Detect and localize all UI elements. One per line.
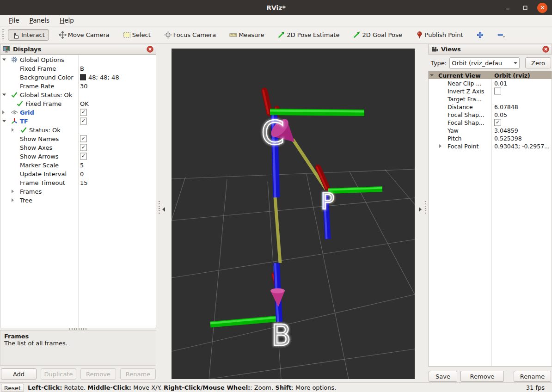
left-panel-divider[interactable] <box>156 44 172 382</box>
minimize-icon[interactable] <box>502 2 513 13</box>
checkbox[interactable] <box>494 87 501 94</box>
displays-row-show-axes[interactable]: Show Axes✓ <box>0 143 156 152</box>
duplicate-button[interactable]: Duplicate <box>41 368 76 380</box>
expander-right-icon[interactable] <box>12 198 14 202</box>
collapse-left-icon[interactable] <box>162 207 165 212</box>
checkbox[interactable]: ✓ <box>494 119 501 126</box>
displays-buttons: AddDuplicateRemoveRename <box>0 368 156 381</box>
view-type-select[interactable]: Orbit (rviz_defau <box>449 57 520 69</box>
displays-property-value[interactable]: 15 <box>80 179 88 186</box>
views-row-near-clip[interactable]: Near Clip ...0.01 <box>429 79 552 87</box>
minus-icon <box>497 31 505 39</box>
views-row-focal-point[interactable]: Focal Point0.93043; -0.2957... <box>429 142 552 150</box>
views-row-invert-z-axis[interactable]: Invert Z Axis <box>429 87 552 95</box>
displays-row-show-arrows[interactable]: Show Arrows✓ <box>0 152 156 160</box>
displays-row-grid[interactable]: Grid✓ <box>0 108 156 116</box>
views-property-value[interactable]: 0.01 <box>494 80 507 86</box>
expander-down-icon[interactable] <box>430 74 434 76</box>
color-swatch[interactable] <box>80 74 86 80</box>
displays-row-fixed-frame[interactable]: Fixed FrameB <box>0 64 156 73</box>
rename-button[interactable]: Rename <box>120 368 156 380</box>
remove-button[interactable]: Remove <box>460 371 504 382</box>
tool-publish-point[interactable]: Publish Point <box>412 30 467 40</box>
save-button[interactable]: Save <box>429 371 457 382</box>
grid-plane <box>172 169 415 379</box>
divider-handle-dots[interactable] <box>159 201 160 215</box>
views-property-value[interactable]: 0.93043; -0.2957... <box>494 142 550 149</box>
checkbox[interactable]: ✓ <box>80 135 87 142</box>
views-property-value[interactable]: 3.04859 <box>494 127 518 134</box>
views-property-value[interactable]: 6.07848 <box>494 103 518 110</box>
displays-property-value[interactable]: 0 <box>80 170 84 177</box>
displays-row-frames[interactable]: Frames <box>0 187 156 196</box>
displays-property-value[interactable]: 5 <box>80 161 84 168</box>
tool-focus-camera[interactable]: Focus Camera <box>160 30 220 40</box>
expander-right-icon[interactable] <box>439 144 442 148</box>
expander-right-icon[interactable] <box>12 190 14 193</box>
displays-row-global-options[interactable]: Global Options <box>0 55 156 64</box>
views-row-yaw[interactable]: Yaw3.04859 <box>429 126 552 134</box>
displays-property-value[interactable]: OK <box>80 100 89 107</box>
displays-property-value[interactable]: B <box>80 65 84 72</box>
3d-scene[interactable]: CCPPBB <box>172 49 415 379</box>
menu-item-panels[interactable]: Panels <box>25 15 55 26</box>
menu-item-file[interactable]: File <box>4 15 25 26</box>
toolbar-drag-handle[interactable] <box>2 29 4 41</box>
views-row-target-fra[interactable]: Target Fra... <box>429 95 552 103</box>
displays-property-value[interactable]: 48; 48; 48 <box>88 74 119 80</box>
displays-row-frame-timeout[interactable]: Frame Timeout15 <box>0 178 156 187</box>
displays-row-tree[interactable]: Tree <box>0 196 156 204</box>
3d-viewport[interactable]: CCPPBB <box>172 49 415 379</box>
expander-down-icon[interactable] <box>2 58 6 61</box>
displays-property-label: Update Interval <box>20 170 67 177</box>
displays-row-fixed-frame[interactable]: Fixed FrameOK <box>0 99 156 108</box>
views-row-focal-shap[interactable]: Focal Shap...✓ <box>429 118 552 126</box>
tool-plus-icon[interactable] <box>472 30 488 40</box>
rename-button[interactable]: Rename <box>514 371 551 382</box>
displays-row-frame-rate[interactable]: Frame Rate30 <box>0 81 156 90</box>
panel-close-icon[interactable] <box>147 46 153 53</box>
tool-2d-pose-estimate[interactable]: 2D Pose Estimate <box>274 30 343 40</box>
checkbox[interactable]: ✓ <box>80 153 87 159</box>
collapse-right-icon[interactable] <box>419 207 422 212</box>
maximize-icon[interactable] <box>520 2 531 13</box>
tool-move-camera[interactable]: Move Camera <box>55 30 113 40</box>
divider-handle-dots[interactable] <box>425 201 426 215</box>
zero-button[interactable]: Zero <box>525 57 551 68</box>
panel-close-icon[interactable] <box>542 46 549 53</box>
close-icon[interactable] <box>537 3 547 13</box>
views-row-focal-shap[interactable]: Focal Shap...0.05 <box>429 110 552 118</box>
tool-interact[interactable]: Interact <box>8 29 49 41</box>
checkbox[interactable]: ✓ <box>80 117 87 124</box>
right-panel-divider[interactable] <box>415 44 428 382</box>
views-property-value[interactable]: 0.05 <box>494 111 507 118</box>
views-property-value[interactable]: Orbit (rviz) <box>494 72 530 79</box>
expander-right-icon[interactable] <box>2 110 5 114</box>
add-button[interactable]: Add <box>1 368 37 380</box>
displays-row-global-status-ok[interactable]: Global Status: Ok <box>0 90 156 99</box>
tool-minus-icon[interactable] <box>494 30 509 40</box>
reset-button[interactable]: Reset <box>1 384 24 392</box>
displays-row-update-interval[interactable]: Update Interval0 <box>0 169 156 178</box>
tool-select[interactable]: Select <box>119 30 154 40</box>
tool-2d-goal-pose[interactable]: 2D Goal Pose <box>349 30 405 40</box>
displays-property-value[interactable]: 30 <box>80 82 88 89</box>
expander-down-icon[interactable] <box>2 120 6 122</box>
displays-row-status-ok[interactable]: Status: Ok <box>0 125 156 134</box>
displays-row-show-names[interactable]: Show Names✓ <box>0 134 156 143</box>
views-row-distance[interactable]: Distance6.07848 <box>429 103 552 110</box>
displays-row-tf[interactable]: TF✓ <box>0 116 156 125</box>
checkbox[interactable]: ✓ <box>80 109 87 116</box>
views-property-value[interactable]: 0.525398 <box>494 135 522 141</box>
expander-down-icon[interactable] <box>2 93 6 96</box>
displays-row-marker-scale[interactable]: Marker Scale5 <box>0 160 156 169</box>
views-row-pitch[interactable]: Pitch0.525398 <box>429 134 552 142</box>
views-row-current-view[interactable]: Current ViewOrbit (rviz) <box>429 71 552 79</box>
tool-measure[interactable]: Measure <box>226 30 268 40</box>
displays-row-background-color[interactable]: Background Color48; 48; 48 <box>0 73 156 81</box>
expander-right-icon[interactable] <box>12 128 14 132</box>
remove-button[interactable]: Remove <box>80 368 116 380</box>
property-description-box: Frames The list of all frames. <box>0 330 156 366</box>
checkbox[interactable]: ✓ <box>80 144 87 151</box>
menu-item-help[interactable]: Help <box>55 15 79 26</box>
